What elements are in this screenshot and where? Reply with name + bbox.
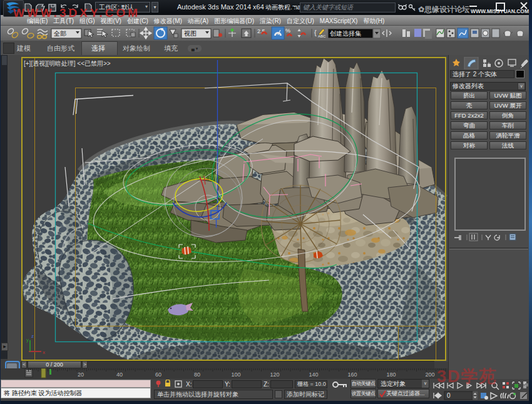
svg-text:180: 180 [386,371,396,378]
svg-text:80: 80 [194,371,200,378]
svg-text:全部: 全部 [53,30,66,37]
svg-text:{: { [314,29,317,36]
svg-text:20: 20 [78,371,84,378]
svg-text:160: 160 [347,371,357,378]
svg-text:120: 120 [270,371,279,378]
svg-text:200: 200 [425,371,434,378]
svg-text:ABC: ABC [318,34,326,38]
svg-text:140: 140 [309,371,318,378]
svg-text:40: 40 [116,371,123,378]
svg-text:%: % [285,28,290,34]
svg-text:视图: 视图 [184,30,197,37]
svg-text:0: 0 [447,392,451,399]
svg-text:创建选择集: 创建选择集 [330,30,361,37]
svg-text:100: 100 [231,371,240,378]
svg-text:60: 60 [155,371,161,378]
